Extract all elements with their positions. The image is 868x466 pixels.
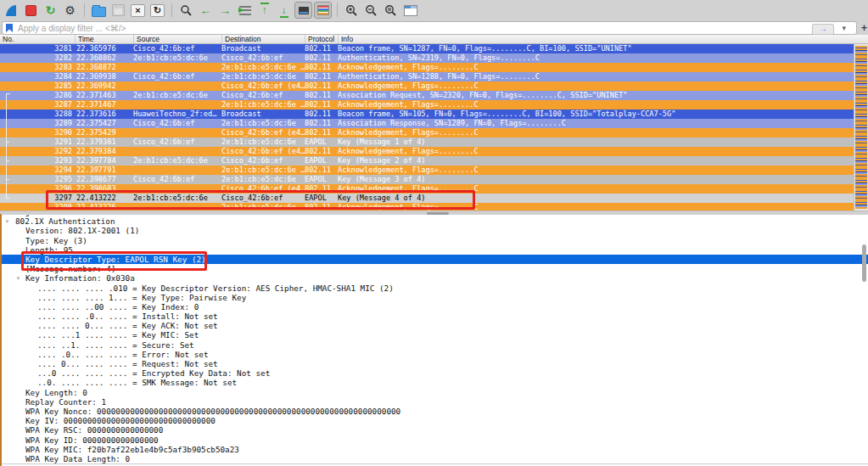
zoom-normal-button[interactable] [382,2,400,19]
packet-row-3287[interactable]: 328722.3714672e:b1:cb:e5:dc:6e …802.11Ac… [0,100,868,109]
detail-line-text: .... 0... .... .... = Request: Not set [37,359,218,368]
packet-row-3290[interactable]: 329022.375429Cisco_42:6b:ef (e4…802.11Ac… [0,128,868,138]
open-file-button[interactable] [90,2,108,19]
packet-row-3281[interactable]: 328122.365976Cisco_42:6b:efBroadcast802.… [0,44,868,53]
detail-line[interactable]: Key IV: 00000000000000000000000000000000 [0,416,868,425]
detail-line[interactable]: Version: 802.1X-2001 (1) [0,226,868,235]
folder-icon [92,7,106,17]
packet-row-3288[interactable]: 328822.373616HuaweiTechno_2f:ed…Broadcas… [0,109,868,119]
detail-scrollbar-handle[interactable] [862,244,866,282]
go-back-button[interactable]: ← [197,2,215,19]
detail-line-text: 802.1X Authentication [15,216,115,226]
filter-dropdown-caret[interactable]: ▾ [842,24,846,32]
zoom-in-button[interactable] [343,2,361,19]
go-to-last-packet-button[interactable]: ↓ [275,2,293,19]
cell-info: Authentication, SN=1288, FN=0, Flags=...… [338,72,540,81]
start-capture-button[interactable] [3,2,20,19]
restart-capture-button[interactable]: ↻ [42,2,59,19]
packet-row-3283[interactable]: 328322.3688722e:b1:cb:e5:dc:6e …802.11Ac… [0,63,868,72]
go-to-first-packet-button[interactable]: ↑ [255,2,273,19]
expanded-arrow-icon[interactable]: ▿ [16,273,20,283]
detail-line-text: Key IV: 00000000000000000000000000000000 [25,416,216,425]
cell-time: 22.373616 [76,109,116,119]
find-packet-button[interactable] [177,2,195,19]
cell-proto: 802.11 [305,147,331,156]
packet-row-3293[interactable]: 329322.3977842e:b1:cb:e5:dc:6eCisco_42:6… [0,156,868,166]
cell-proto: 802.11 [305,44,331,53]
packet-list-header: No. Time Source Destination Protocol Inf… [0,35,868,44]
go-to-packet-button[interactable] [236,2,254,19]
apply-filter-button[interactable]: → [812,24,834,35]
detail-line[interactable]: .... .... .... 1... = Key Type: Pairwise… [0,293,868,302]
chevron-down-icon: ▾ [842,24,846,32]
packet-list-scrollbar-minimap[interactable] [854,44,868,211]
detail-line[interactable]: .... ...1 .... .... = Key MIC: Set [0,330,868,340]
save-file-button[interactable] [109,2,127,19]
display-filter-field[interactable]: → ▾ [2,21,857,35]
detail-line[interactable]: .... .... .0.. .... = Install: Not set [0,312,868,321]
packet-row-3284[interactable]: 328422.369938Cisco_42:6b:ef2e:b1:cb:e5:d… [0,72,868,81]
detail-line[interactable]: ...0 .... .... .... = Encrypted Key Data… [0,368,868,378]
packet-row-3289[interactable]: 328922.375427Cisco_42:6b:ef2e:b1:cb:e5:d… [0,119,868,128]
reload-file-button[interactable]: ↻ [148,2,166,19]
capture-options-button[interactable]: ⚙ [61,2,79,19]
detail-line[interactable]: .... ..1. .... .... = Secure: Set [0,340,868,350]
zoom-out-button[interactable] [362,2,380,19]
cell-dst: Cisco_42:6b:ef (e4… [221,81,305,91]
cell-dst: Cisco_42:6b:ef (e4… [221,147,305,156]
packet-row-3292[interactable]: 329222.379384Cisco_42:6b:ef (e4…802.11Ac… [0,147,868,156]
packet-row-3295[interactable]: 329522.398677Cisco_42:6b:ef2e:b1:cb:e5:d… [0,175,868,184]
main-toolbar: ↻ ⚙ × ↻ ← → ↑ ↓ [0,0,868,20]
detail-line[interactable]: ..0. .... .... .... = SMK Message: Not s… [0,378,868,387]
close-file-button[interactable]: × [129,2,147,19]
detail-line[interactable]: ▿Key Information: 0x030a [0,273,868,283]
packet-row-3285[interactable]: 328522.369942Cisco_42:6b:ef (e4…802.11Ac… [0,81,868,91]
detail-line[interactable]: .... .... 0... .... = Key ACK: Not set [0,321,868,330]
colorize-button[interactable] [314,2,332,19]
display-filter-input[interactable] [18,22,748,34]
column-header-no[interactable]: No. [0,35,77,43]
detail-line[interactable]: Type: Key (3) [0,236,868,245]
related-packets-bracket [6,93,7,199]
packet-row-3291[interactable]: 329122.379381Cisco_42:6b:ef2e:b1:cb:e5:d… [0,138,868,147]
packet-row-3282[interactable]: 328222.3688622e:b1:cb:e5:dc:6eCisco_42:6… [0,53,868,63]
auto-scroll-button[interactable] [294,2,312,19]
column-header-destination[interactable]: Destination [221,35,308,43]
cell-info: Key (Message 3 of 4) [338,175,425,184]
horizontal-scrollbar-handle[interactable] [427,212,449,215]
packet-row-3294[interactable]: 329422.3977912e:b1:cb:e5:dc:6e …802.11Ac… [0,166,868,175]
detail-line[interactable]: WPA Key ID: 0000000000000000 [0,435,868,445]
annotation-box-key-descriptor [21,251,207,271]
stop-capture-button[interactable] [22,2,40,19]
column-header-source[interactable]: Source [133,35,225,43]
detail-line[interactable]: Replay Counter: 1 [0,397,868,407]
detail-line[interactable]: WPA Key Nonce: 0000000000000000000000000… [0,407,868,416]
packet-row-3286[interactable]: 328622.3714632e:b1:cb:e5:dc:6eCisco_42:6… [0,91,868,100]
detail-line[interactable]: WPA Key MIC: f20b7af22eb1e4b9c5af3b905cb… [0,445,868,454]
cell-no: 3282 [0,53,72,63]
column-header-info[interactable]: Info [338,35,850,43]
zoom-reset-icon [384,4,397,17]
detail-line[interactable]: WPA Key Data Length: 0 [0,454,868,463]
related-packet-tick [7,142,9,143]
expanded-arrow-icon[interactable]: ▿ [5,216,9,226]
bookmark-icon[interactable] [6,24,13,32]
detail-line[interactable]: .... .0.. .... .... = Error: Not set [0,350,868,359]
detail-line[interactable]: .... .... ..00 .... = Key Index: 0 [0,302,868,312]
toolbar-separator [84,3,85,17]
close-icon: × [131,4,145,17]
detail-line[interactable]: Key Length: 0 [0,388,868,397]
detail-line[interactable]: .... .... .... .010 = Key Descriptor Ver… [0,284,868,293]
detail-line[interactable]: ▿802.1X Authentication [0,216,868,226]
add-filter-button[interactable]: + [861,22,867,34]
cell-proto: 802.11 [305,100,331,109]
detail-line[interactable]: .... 0... .... .... = Request: Not set [0,359,868,368]
detail-line[interactable]: WPA Key RSC: 0000000000000000 [0,425,868,435]
resize-columns-button[interactable] [401,2,419,19]
column-header-protocol[interactable]: Protocol [305,35,341,43]
apply-arrow-icon: → [819,25,827,33]
cell-src: Cisco_42:6b:ef [133,119,194,128]
column-header-time[interactable]: Time [75,35,137,43]
go-forward-button[interactable]: → [216,2,234,19]
pane-divider[interactable] [0,211,868,215]
